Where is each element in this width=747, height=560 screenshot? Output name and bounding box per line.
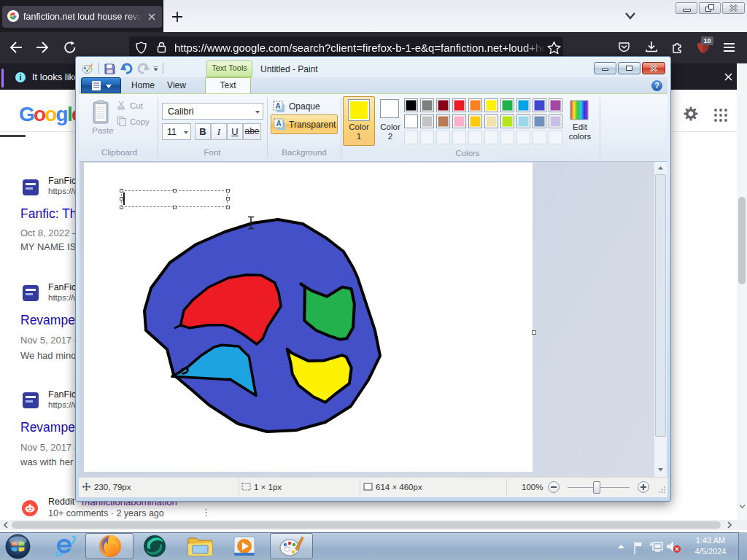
svg-text:A: A bbox=[276, 120, 282, 128]
svg-text:A: A bbox=[276, 102, 281, 110]
